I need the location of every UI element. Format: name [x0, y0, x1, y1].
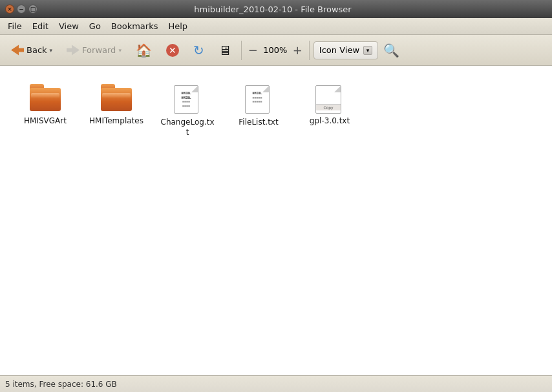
- list-item[interactable]: HMISVGArt: [13, 79, 78, 143]
- list-item[interactable]: HMIBLHMIBL======== ChangeLog.txt: [155, 79, 220, 143]
- menu-help[interactable]: Help: [163, 19, 193, 33]
- file-name: ChangeLog.txt: [160, 118, 215, 138]
- maximize-button[interactable]: □: [28, 5, 37, 14]
- menu-go[interactable]: Go: [84, 19, 106, 33]
- search-button[interactable]: 🔍: [381, 40, 402, 61]
- menu-edit[interactable]: Edit: [27, 19, 54, 33]
- toolbar-separator-1: [241, 41, 242, 60]
- stop-icon: ✕: [166, 44, 179, 57]
- menu-view[interactable]: View: [54, 19, 84, 33]
- home-icon: 🏠: [136, 43, 152, 58]
- forward-button[interactable]: Forward ▾: [61, 39, 127, 62]
- close-button[interactable]: ×: [5, 5, 14, 14]
- menu-bookmarks[interactable]: Bookmarks: [106, 19, 164, 33]
- toolbar: Back ▾ Forward ▾ 🏠 ✕ ↻ 🖥 − 100% + Icon V…: [0, 35, 552, 66]
- gpl-file-icon: Copy: [315, 84, 344, 114]
- view-dropdown-arrow-icon[interactable]: ▾: [363, 46, 372, 55]
- view-dropdown[interactable]: Icon View ▾: [313, 41, 378, 59]
- text-file-icon: HMIBLHMIBL========: [174, 84, 201, 114]
- forward-label: Forward: [82, 45, 116, 55]
- list-item[interactable]: HMIBL========== FileList.txt: [226, 79, 291, 143]
- file-browser-content: HMISVGArt HMITemplates HMIBLHMIBL=======…: [0, 66, 552, 375]
- text-file-icon: HMIBL==========: [245, 84, 272, 114]
- window-title: hmibuilder_2010-02-10 - File Browser: [37, 5, 508, 14]
- menu-file[interactable]: File: [3, 19, 27, 33]
- title-bar: × − □ hmibuilder_2010-02-10 - File Brows…: [0, 0, 552, 18]
- file-name: HMITemplates: [89, 116, 143, 127]
- file-name: gpl-3.0.txt: [310, 116, 350, 127]
- folder-icon: [30, 84, 61, 111]
- list-item[interactable]: Copy gpl-3.0.txt: [297, 79, 362, 143]
- menu-bar: File Edit View Go Bookmarks Help: [0, 18, 552, 35]
- desktop-button[interactable]: 🖥: [213, 39, 237, 62]
- back-dropdown-arrow[interactable]: ▾: [50, 47, 53, 54]
- minimize-button[interactable]: −: [17, 5, 26, 14]
- status-text: 5 items, Free space: 61.6 GB: [5, 380, 117, 389]
- file-grid: HMISVGArt HMITemplates HMIBLHMIBL=======…: [13, 79, 539, 143]
- forward-arrow-icon: [67, 44, 80, 57]
- view-dropdown-label: Icon View: [319, 45, 359, 55]
- back-arrow-icon: [11, 44, 24, 57]
- back-label: Back: [27, 45, 47, 55]
- refresh-button[interactable]: ↻: [187, 39, 210, 62]
- file-name: FileList.txt: [239, 118, 278, 128]
- zoom-controls: − 100% +: [246, 42, 305, 58]
- status-bar: 5 items, Free space: 61.6 GB: [0, 375, 552, 392]
- computer-icon: 🖥: [218, 43, 231, 58]
- file-name: HMISVGArt: [24, 116, 67, 127]
- zoom-out-button[interactable]: −: [246, 42, 260, 58]
- back-button[interactable]: Back ▾: [5, 39, 58, 62]
- refresh-icon: ↻: [193, 43, 204, 58]
- list-item[interactable]: HMITemplates: [84, 79, 149, 143]
- zoom-value: 100%: [263, 45, 288, 55]
- stop-button[interactable]: ✕: [160, 39, 185, 62]
- folder-icon: [101, 84, 132, 111]
- home-button[interactable]: 🏠: [130, 39, 158, 62]
- title-bar-controls[interactable]: × − □: [5, 5, 37, 14]
- forward-dropdown-arrow[interactable]: ▾: [118, 47, 122, 54]
- toolbar-separator-2: [309, 41, 310, 60]
- zoom-in-button[interactable]: +: [290, 42, 305, 58]
